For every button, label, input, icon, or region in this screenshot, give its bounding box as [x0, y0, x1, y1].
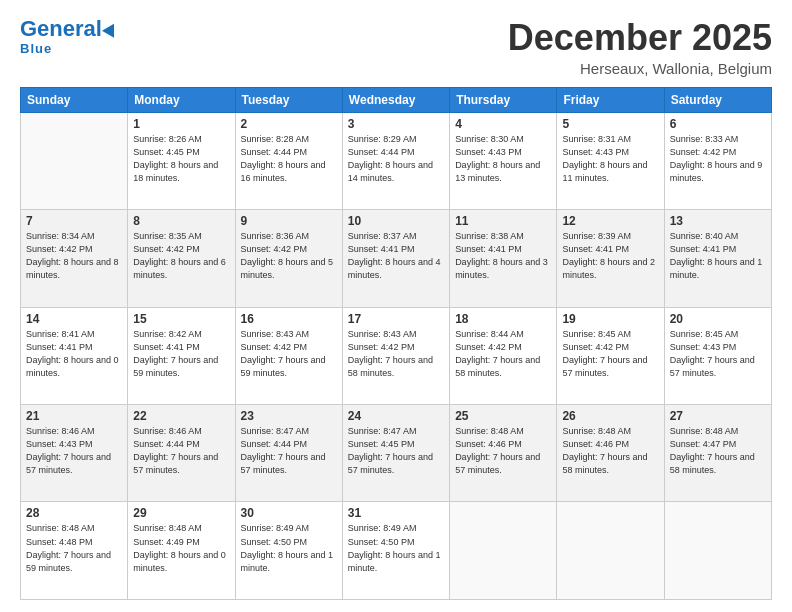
day-detail: Sunrise: 8:38 AM Sunset: 4:41 PM Dayligh… [455, 230, 551, 282]
calendar-week-row: 21Sunrise: 8:46 AM Sunset: 4:43 PM Dayli… [21, 405, 772, 502]
col-saturday: Saturday [664, 87, 771, 112]
table-row: 10Sunrise: 8:37 AM Sunset: 4:41 PM Dayli… [342, 210, 449, 307]
day-detail: Sunrise: 8:48 AM Sunset: 4:46 PM Dayligh… [562, 425, 658, 477]
day-number: 19 [562, 312, 658, 326]
calendar-header-row: Sunday Monday Tuesday Wednesday Thursday… [21, 87, 772, 112]
day-detail: Sunrise: 8:49 AM Sunset: 4:50 PM Dayligh… [348, 522, 444, 574]
day-number: 7 [26, 214, 122, 228]
day-detail: Sunrise: 8:30 AM Sunset: 4:43 PM Dayligh… [455, 133, 551, 185]
col-sunday: Sunday [21, 87, 128, 112]
table-row: 21Sunrise: 8:46 AM Sunset: 4:43 PM Dayli… [21, 405, 128, 502]
logo-blue: Blue [20, 41, 52, 56]
table-row: 25Sunrise: 8:48 AM Sunset: 4:46 PM Dayli… [450, 405, 557, 502]
day-detail: Sunrise: 8:29 AM Sunset: 4:44 PM Dayligh… [348, 133, 444, 185]
day-detail: Sunrise: 8:41 AM Sunset: 4:41 PM Dayligh… [26, 328, 122, 380]
day-number: 28 [26, 506, 122, 520]
day-number: 17 [348, 312, 444, 326]
title-block: December 2025 Herseaux, Wallonia, Belgiu… [508, 18, 772, 77]
day-number: 15 [133, 312, 229, 326]
table-row: 29Sunrise: 8:48 AM Sunset: 4:49 PM Dayli… [128, 502, 235, 600]
day-number: 24 [348, 409, 444, 423]
table-row: 12Sunrise: 8:39 AM Sunset: 4:41 PM Dayli… [557, 210, 664, 307]
table-row: 22Sunrise: 8:46 AM Sunset: 4:44 PM Dayli… [128, 405, 235, 502]
day-detail: Sunrise: 8:43 AM Sunset: 4:42 PM Dayligh… [241, 328, 337, 380]
day-number: 11 [455, 214, 551, 228]
day-detail: Sunrise: 8:43 AM Sunset: 4:42 PM Dayligh… [348, 328, 444, 380]
page: General Blue December 2025 Herseaux, Wal… [0, 0, 792, 612]
calendar-week-row: 28Sunrise: 8:48 AM Sunset: 4:48 PM Dayli… [21, 502, 772, 600]
day-detail: Sunrise: 8:44 AM Sunset: 4:42 PM Dayligh… [455, 328, 551, 380]
day-detail: Sunrise: 8:48 AM Sunset: 4:46 PM Dayligh… [455, 425, 551, 477]
table-row: 23Sunrise: 8:47 AM Sunset: 4:44 PM Dayli… [235, 405, 342, 502]
day-number: 27 [670, 409, 766, 423]
col-friday: Friday [557, 87, 664, 112]
table-row [557, 502, 664, 600]
day-detail: Sunrise: 8:45 AM Sunset: 4:42 PM Dayligh… [562, 328, 658, 380]
day-number: 23 [241, 409, 337, 423]
table-row: 26Sunrise: 8:48 AM Sunset: 4:46 PM Dayli… [557, 405, 664, 502]
day-detail: Sunrise: 8:42 AM Sunset: 4:41 PM Dayligh… [133, 328, 229, 380]
table-row: 19Sunrise: 8:45 AM Sunset: 4:42 PM Dayli… [557, 307, 664, 404]
day-detail: Sunrise: 8:36 AM Sunset: 4:42 PM Dayligh… [241, 230, 337, 282]
day-number: 26 [562, 409, 658, 423]
table-row: 5Sunrise: 8:31 AM Sunset: 4:43 PM Daylig… [557, 112, 664, 209]
day-number: 3 [348, 117, 444, 131]
calendar-week-row: 7Sunrise: 8:34 AM Sunset: 4:42 PM Daylig… [21, 210, 772, 307]
day-number: 2 [241, 117, 337, 131]
table-row: 9Sunrise: 8:36 AM Sunset: 4:42 PM Daylig… [235, 210, 342, 307]
day-detail: Sunrise: 8:48 AM Sunset: 4:47 PM Dayligh… [670, 425, 766, 477]
month-title: December 2025 [508, 18, 772, 58]
table-row: 7Sunrise: 8:34 AM Sunset: 4:42 PM Daylig… [21, 210, 128, 307]
table-row: 13Sunrise: 8:40 AM Sunset: 4:41 PM Dayli… [664, 210, 771, 307]
day-number: 10 [348, 214, 444, 228]
day-number: 9 [241, 214, 337, 228]
table-row: 6Sunrise: 8:33 AM Sunset: 4:42 PM Daylig… [664, 112, 771, 209]
calendar-week-row: 1Sunrise: 8:26 AM Sunset: 4:45 PM Daylig… [21, 112, 772, 209]
day-detail: Sunrise: 8:26 AM Sunset: 4:45 PM Dayligh… [133, 133, 229, 185]
table-row: 31Sunrise: 8:49 AM Sunset: 4:50 PM Dayli… [342, 502, 449, 600]
day-number: 8 [133, 214, 229, 228]
day-detail: Sunrise: 8:28 AM Sunset: 4:44 PM Dayligh… [241, 133, 337, 185]
table-row: 24Sunrise: 8:47 AM Sunset: 4:45 PM Dayli… [342, 405, 449, 502]
table-row: 8Sunrise: 8:35 AM Sunset: 4:42 PM Daylig… [128, 210, 235, 307]
day-detail: Sunrise: 8:39 AM Sunset: 4:41 PM Dayligh… [562, 230, 658, 282]
logo: General Blue [20, 18, 118, 56]
table-row [664, 502, 771, 600]
table-row: 17Sunrise: 8:43 AM Sunset: 4:42 PM Dayli… [342, 307, 449, 404]
col-wednesday: Wednesday [342, 87, 449, 112]
day-detail: Sunrise: 8:49 AM Sunset: 4:50 PM Dayligh… [241, 522, 337, 574]
day-number: 31 [348, 506, 444, 520]
day-number: 16 [241, 312, 337, 326]
day-detail: Sunrise: 8:48 AM Sunset: 4:48 PM Dayligh… [26, 522, 122, 574]
logo-general: General [20, 18, 102, 40]
col-thursday: Thursday [450, 87, 557, 112]
day-detail: Sunrise: 8:35 AM Sunset: 4:42 PM Dayligh… [133, 230, 229, 282]
col-tuesday: Tuesday [235, 87, 342, 112]
table-row: 1Sunrise: 8:26 AM Sunset: 4:45 PM Daylig… [128, 112, 235, 209]
location: Herseaux, Wallonia, Belgium [508, 60, 772, 77]
table-row: 3Sunrise: 8:29 AM Sunset: 4:44 PM Daylig… [342, 112, 449, 209]
day-detail: Sunrise: 8:31 AM Sunset: 4:43 PM Dayligh… [562, 133, 658, 185]
table-row: 18Sunrise: 8:44 AM Sunset: 4:42 PM Dayli… [450, 307, 557, 404]
calendar-week-row: 14Sunrise: 8:41 AM Sunset: 4:41 PM Dayli… [21, 307, 772, 404]
day-number: 12 [562, 214, 658, 228]
day-detail: Sunrise: 8:34 AM Sunset: 4:42 PM Dayligh… [26, 230, 122, 282]
day-number: 1 [133, 117, 229, 131]
day-detail: Sunrise: 8:48 AM Sunset: 4:49 PM Dayligh… [133, 522, 229, 574]
col-monday: Monday [128, 87, 235, 112]
table-row: 11Sunrise: 8:38 AM Sunset: 4:41 PM Dayli… [450, 210, 557, 307]
table-row: 14Sunrise: 8:41 AM Sunset: 4:41 PM Dayli… [21, 307, 128, 404]
day-number: 5 [562, 117, 658, 131]
day-detail: Sunrise: 8:45 AM Sunset: 4:43 PM Dayligh… [670, 328, 766, 380]
logo-triangle-icon [102, 20, 120, 37]
table-row [21, 112, 128, 209]
table-row: 28Sunrise: 8:48 AM Sunset: 4:48 PM Dayli… [21, 502, 128, 600]
day-detail: Sunrise: 8:37 AM Sunset: 4:41 PM Dayligh… [348, 230, 444, 282]
table-row: 27Sunrise: 8:48 AM Sunset: 4:47 PM Dayli… [664, 405, 771, 502]
day-number: 18 [455, 312, 551, 326]
day-number: 25 [455, 409, 551, 423]
table-row: 4Sunrise: 8:30 AM Sunset: 4:43 PM Daylig… [450, 112, 557, 209]
day-number: 13 [670, 214, 766, 228]
table-row: 20Sunrise: 8:45 AM Sunset: 4:43 PM Dayli… [664, 307, 771, 404]
day-number: 29 [133, 506, 229, 520]
